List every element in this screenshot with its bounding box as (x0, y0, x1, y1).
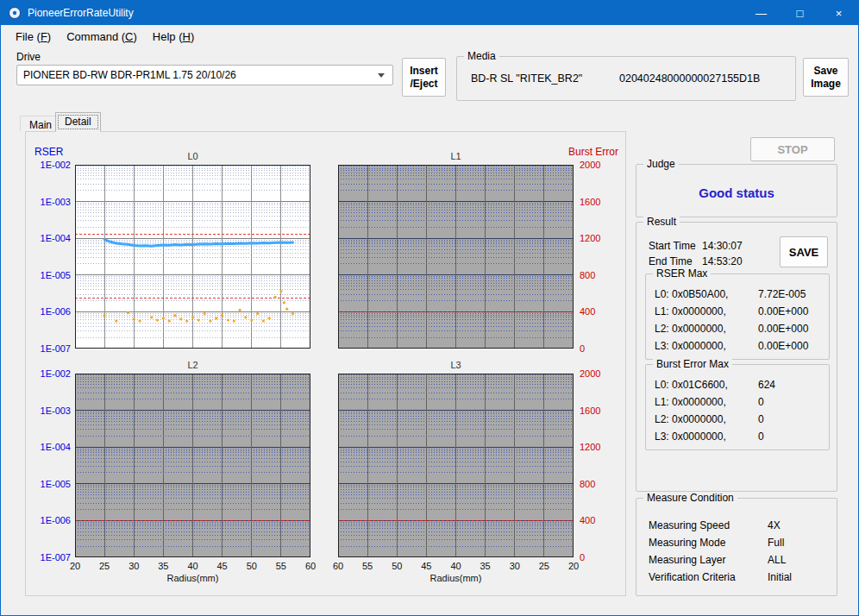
x-axis-caption-L2: Radius(mm) (75, 573, 310, 583)
burst-max-l1-hex: L1: 0x0000000, (655, 396, 726, 408)
burst-tick-label: 800 (580, 270, 595, 280)
burst-max-l3-hex: L3: 0x0000000, (655, 431, 726, 443)
burst-max-row-l0: L0: 0x01C6600, 624 (655, 379, 824, 391)
judge-label: Judge (643, 158, 679, 170)
chart-panel: RSER Burst Error 1E-0021E-0031E-0041E-00… (25, 131, 626, 596)
rser-max-l3-value: 0.00E+000 (758, 340, 808, 352)
chart-plot-L0 (75, 165, 310, 349)
chevron-down-icon (378, 73, 385, 78)
rser-tick-label: 1E-003 (29, 197, 71, 207)
end-time-value: 14:53:20 (702, 255, 743, 267)
chart-title-L3: L3 (338, 360, 574, 370)
rser-max-row-l0: L0: 0x0B50A00, 7.72E-005 (655, 288, 824, 300)
burst-max-row-l1: L1: 0x0000000, 0 (655, 396, 824, 408)
x-axis-caption-L3: Radius(mm) (338, 573, 574, 583)
measure-condition-groupbox: Measure Condition Measuring Speed 4X Mea… (636, 498, 837, 596)
burst-axis-title: Burst Error (568, 146, 618, 158)
close-button[interactable]: × (819, 1, 858, 25)
chart-plot-L2 (75, 374, 310, 557)
burst-max-l0-hex: L0: 0x01C6600, (655, 379, 728, 391)
x-tick-label: 35 (153, 561, 173, 571)
burst-max-l2-hex: L2: 0x0000000, (655, 413, 726, 425)
x-tick-label: 25 (534, 561, 555, 571)
x-tick-label: 30 (123, 561, 144, 571)
result-label: Result (643, 216, 680, 228)
chart-L1 (338, 165, 574, 349)
burst-tick-label: 400 (580, 306, 595, 317)
chart-L2 (75, 374, 310, 557)
burst-tick-label: 400 (580, 515, 595, 525)
save-button[interactable]: SAVE (780, 236, 828, 267)
rser-max-l1-value: 0.00E+000 (758, 305, 808, 317)
x-tick-label: 20 (563, 561, 584, 571)
rser-max-l2-value: 0.00E+000 (758, 323, 808, 335)
chart-plot-L1 (338, 165, 574, 349)
window-controls: — □ × (742, 1, 858, 25)
start-time-label: Start Time (649, 240, 696, 252)
rser-tick-label: 1E-006 (29, 306, 71, 317)
rser-max-l0-value: 7.72E-005 (758, 288, 806, 300)
minimize-button[interactable]: — (742, 1, 781, 25)
x-tick-label: 40 (183, 561, 204, 571)
measuring-speed-value: 4X (768, 519, 781, 531)
burst-tick-label: 2000 (580, 368, 600, 379)
rser-axis-title: RSER (34, 146, 63, 158)
measure-row-mode: Measuring Mode Full (649, 537, 830, 549)
burst-tick-label: 1600 (580, 405, 600, 416)
measure-row-speed: Measuring Speed 4X (649, 519, 830, 531)
burst-max-row-l2: L2: 0x0000000, 0 (655, 413, 824, 425)
media-groupbox: Media BD-R SL "RITEK_BR2" 02040248000000… (456, 56, 796, 101)
chart-L3 (338, 374, 574, 557)
titlebar: PioneerErrorRateUtility — □ × (1, 1, 858, 25)
menu-help[interactable]: Help (H) (145, 28, 202, 46)
menu-command[interactable]: Command (C) (59, 28, 145, 46)
burst-tick-label: 2000 (580, 160, 600, 170)
tab-detail[interactable]: Detail (55, 112, 101, 132)
start-time-value: 14:30:07 (702, 240, 743, 252)
app-window: PioneerErrorRateUtility — □ × File (F) C… (0, 0, 859, 616)
media-disc-type: BD-R SL "RITEK_BR2" (471, 72, 582, 85)
measure-row-criteria: Verification Criteria Initial (649, 571, 830, 583)
menu-file[interactable]: File (F) (8, 28, 59, 46)
rser-max-groupbox: RSER Max L0: 0x0B50A00, 7.72E-005 L1: 0x… (645, 273, 830, 360)
x-tick-label: 30 (505, 561, 525, 571)
x-tick-label: 25 (94, 561, 115, 571)
burst-tick-label: 800 (580, 479, 595, 489)
x-tick-label: 45 (212, 561, 233, 571)
x-tick-label: 60 (300, 561, 321, 571)
rser-tick-label: 1E-005 (29, 479, 71, 489)
insert-eject-label-line2: /Eject (410, 78, 437, 91)
burst-tick-label: 1600 (580, 197, 600, 207)
measuring-layer-label: Measuring Layer (649, 554, 725, 566)
save-image-button[interactable]: Save Image (803, 58, 849, 97)
insert-eject-button[interactable]: Insert /Eject (402, 58, 446, 97)
x-tick-label: 55 (271, 561, 292, 571)
stop-button[interactable]: STOP (750, 137, 835, 161)
drive-select-value: PIONEER BD-RW BDR-PR1ML 1.75 20/10/26 (17, 69, 236, 81)
rser-max-l3-hex: L3: 0x0000000, (655, 340, 726, 352)
menubar: File (F) Command (C) Help (H) (1, 25, 858, 47)
save-image-label-line1: Save (813, 65, 837, 78)
x-tick-label: 60 (328, 561, 348, 571)
burst-max-l0-value: 624 (758, 379, 775, 391)
judge-status: Good status (636, 185, 837, 200)
burst-error-max-label: Burst Error Max (653, 358, 732, 370)
burst-tick-label: 1200 (580, 233, 600, 243)
app-icon (8, 6, 22, 20)
drive-select[interactable]: PIONEER BD-RW BDR-PR1ML 1.75 20/10/26 (16, 65, 393, 85)
maximize-button[interactable]: □ (781, 1, 819, 25)
measuring-mode-label: Measuring Mode (649, 537, 725, 549)
save-image-label-line2: Image (811, 78, 841, 91)
rser-max-l1-hex: L1: 0x0000000, (655, 305, 726, 317)
rser-tick-label: 1E-004 (29, 442, 71, 452)
drive-label: Drive (16, 51, 41, 63)
media-label: Media (464, 50, 499, 62)
burst-max-l2-value: 0 (758, 413, 764, 425)
x-tick-label: 45 (416, 561, 436, 571)
burst-max-row-l3: L3: 0x0000000, 0 (655, 431, 824, 443)
rser-max-row-l2: L2: 0x0000000, 0.00E+000 (655, 323, 824, 335)
result-groupbox: Result Start Time 14:30:07 End Time 14:5… (636, 222, 837, 492)
verification-criteria-value: Initial (768, 571, 792, 583)
chart-title-L2: L2 (75, 360, 310, 370)
measure-row-layer: Measuring Layer ALL (649, 554, 830, 566)
